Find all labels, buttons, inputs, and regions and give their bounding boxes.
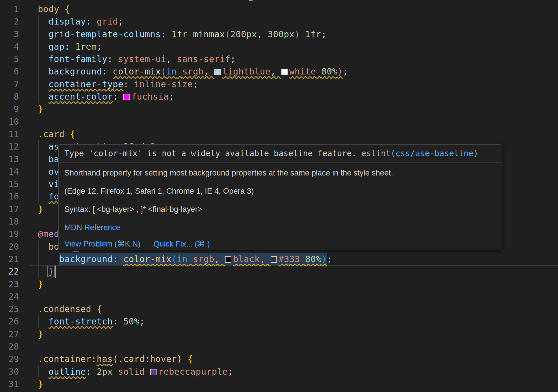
- eslint-rule-link[interactable]: css/use-baseline: [395, 149, 473, 158]
- code-token: [91, 367, 97, 377]
- code-line[interactable]: 25.condensed {: [0, 303, 558, 315]
- code-line[interactable]: 30 outline: 2px solid rebeccapurple;: [0, 365, 558, 378]
- line-number: 30: [0, 365, 19, 378]
- code-token: }: [38, 104, 43, 114]
- line-number: 26: [0, 315, 19, 328]
- code-token: 1rem: [75, 42, 97, 52]
- code-token: (: [161, 66, 166, 76]
- code-token: {: [70, 129, 75, 139]
- code-token: [38, 79, 49, 89]
- code-line[interactable]: 11.card {: [0, 128, 558, 140]
- bracket-match-box: [47, 266, 55, 277]
- code-token: [59, 4, 65, 14]
- code-token: fuchsia: [131, 92, 169, 102]
- code-token: ;: [327, 254, 332, 264]
- code-token: sans-serif: [177, 54, 230, 64]
- code-token: {: [187, 354, 193, 364]
- code-token: .condensed: [38, 304, 91, 314]
- line-number: 19: [0, 228, 19, 240]
- code-token: [129, 79, 134, 89]
- code-token: gap:: [49, 42, 70, 52]
- view-problem-action[interactable]: View Problem (⌘K N): [64, 239, 141, 249]
- code-token: {: [65, 4, 70, 14]
- color-swatch[interactable]: [150, 369, 157, 375]
- line-number: 28: [0, 340, 19, 353]
- code-token: ,: [271, 66, 281, 76]
- code-line[interactable]: 27}: [0, 328, 558, 340]
- code-token: background: [59, 254, 113, 264]
- code-token: [187, 29, 193, 39]
- line-number: 21: [0, 253, 19, 265]
- line-content: outline: 2px solid rebeccapurple;: [19, 365, 233, 378]
- line-number: 4: [0, 40, 19, 53]
- code-token: [38, 42, 49, 52]
- code-line[interactable]: 23}: [0, 278, 558, 290]
- line-number: 18: [0, 215, 19, 228]
- quick-fix-action[interactable]: Quick Fix... (⌘.): [154, 239, 210, 249]
- code-token: 2px: [97, 367, 113, 377]
- code-token: outline: [49, 367, 86, 377]
- code-line[interactable]: 24: [0, 290, 558, 303]
- line-content: }: [19, 378, 43, 390]
- clipped-line-remnant: [251, 0, 253, 1]
- code-token: ;: [169, 92, 174, 102]
- code-line[interactable]: 31}: [0, 378, 558, 390]
- code-token: display:: [49, 16, 91, 27]
- code-token: bo: [49, 242, 59, 252]
- code-line[interactable]: 4 gap: 1rem;: [0, 40, 558, 53]
- code-token: [177, 66, 182, 76]
- code-line[interactable]: 22 }: [0, 265, 558, 278]
- color-swatch[interactable]: [271, 256, 277, 263]
- color-swatch[interactable]: [214, 69, 221, 75]
- code-token: }: [38, 379, 43, 389]
- line-number: 22: [0, 265, 19, 278]
- code-line[interactable]: 6 background: color-mix(in srgb, lightbl…: [0, 65, 558, 78]
- code-token: ;: [321, 29, 327, 39]
- warning-squiggle-range: accent-color: [49, 92, 113, 102]
- code-token: [38, 316, 49, 326]
- code-line[interactable]: 8 accent-color: fuchsia;: [0, 90, 558, 103]
- code-token: [118, 316, 124, 326]
- code-token: [107, 66, 113, 76]
- code-token: inline-size: [134, 79, 193, 89]
- warning-squiggle-range: font-stretch: [49, 316, 113, 326]
- code-token: ;: [118, 16, 124, 27]
- line-number: 6: [0, 65, 19, 78]
- line-number: 24: [0, 290, 19, 303]
- code-token: [38, 16, 49, 27]
- code-line[interactable]: 3 grid-template-columns: 1fr minmax(200p…: [0, 28, 558, 40]
- code-line[interactable]: 1body {: [0, 3, 558, 15]
- color-swatch[interactable]: [281, 69, 288, 75]
- diagnostic-message: Type 'color-mix' is not a widely availab…: [59, 145, 502, 163]
- color-swatch[interactable]: [123, 94, 130, 100]
- line-content: body {: [19, 3, 70, 15]
- code-line[interactable]: 2 display: grid;: [0, 15, 558, 28]
- code-line[interactable]: 29.container:has(.card:hover) {: [0, 353, 558, 365]
- code-token: #333: [279, 254, 300, 264]
- line-content: }: [19, 278, 43, 290]
- code-line[interactable]: 9}: [0, 103, 558, 115]
- line-number: 23: [0, 278, 19, 290]
- clipped-line-remnant: [249, 0, 251, 1]
- mdn-reference-link[interactable]: MDN Reference: [64, 223, 120, 232]
- color-swatch[interactable]: [225, 256, 231, 263]
- code-token: 50%: [123, 316, 140, 326]
- code-token: font-stretch: [49, 316, 113, 326]
- code-editor[interactable]: 1body {2 display: grid;3 grid-template-c…: [0, 0, 558, 392]
- line-content: .container:has(.card:hover) {: [19, 353, 193, 365]
- code-token: ,: [214, 254, 225, 264]
- hover-actions: View Problem (⌘K N) Quick Fix... (⌘.): [59, 237, 502, 251]
- code-token: [316, 66, 321, 76]
- line-number: 13: [0, 153, 19, 165]
- code-token: [113, 367, 118, 377]
- code-line[interactable]: 5 font-family: system-ui, sans-serif;: [0, 53, 558, 65]
- code-token: .container:: [38, 354, 97, 364]
- code-token: color-mix: [123, 254, 172, 264]
- code-line[interactable]: 10: [0, 115, 558, 128]
- code-line[interactable]: 21 background: color-mix(in srgb, black,…: [0, 253, 558, 265]
- code-token: [118, 254, 124, 264]
- code-line[interactable]: 26 font-stretch: 50%;: [0, 315, 558, 328]
- code-line[interactable]: 28: [0, 340, 558, 353]
- line-number: 27: [0, 328, 19, 340]
- code-line[interactable]: 7 container-type: inline-size;: [0, 78, 558, 90]
